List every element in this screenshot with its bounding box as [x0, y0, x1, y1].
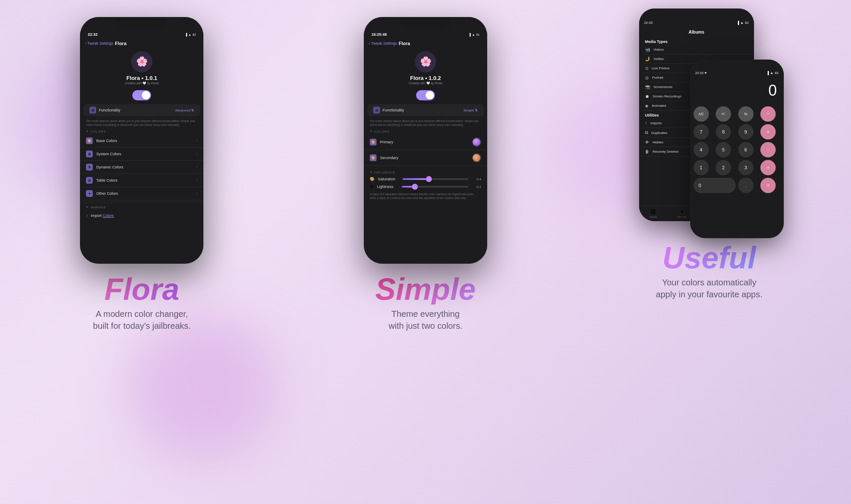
lightness-thumb[interactable]	[412, 184, 418, 190]
toggle-row-1	[80, 88, 203, 103]
saturation-thumb[interactable]	[426, 176, 432, 182]
calc-btn-divide[interactable]: ÷	[760, 106, 776, 122]
calc-btn-plusminus[interactable]: +/-	[716, 106, 731, 122]
nav-back-2[interactable]: ‹ Tweak Settings	[369, 41, 397, 46]
calc-btn-2[interactable]: 2	[716, 160, 731, 175]
manage-section-1: ✦ MANAGE	[80, 204, 203, 210]
calc-btn-minus[interactable]: -	[760, 142, 776, 157]
toggle-1[interactable]	[132, 90, 151, 100]
column-simple: 16:25:48 ▐ ▲ 81 ‹ Tweak Settings Flora	[284, 0, 568, 504]
flower-icon-1: 🌸	[136, 56, 148, 67]
calc-btn-ac[interactable]: AC	[694, 106, 709, 122]
phone-calculator: 22:32 ♥ ▐ ▲ 82 0 AC +/- %	[690, 60, 784, 238]
col-heading-flora: Flora	[93, 274, 191, 305]
photos-item-videos[interactable]: 📹 Videos	[643, 45, 750, 54]
diamond-icon-1: ✦	[86, 130, 89, 133]
calc-btn-8[interactable]: 8	[716, 124, 731, 140]
row-system-colors[interactable]: 🖥 System Colors ›	[80, 148, 203, 161]
other-colors-label: Other Colors	[96, 191, 193, 196]
calc-btn-multiply[interactable]: ×	[760, 124, 776, 140]
calc-btn-1[interactable]: 1	[694, 160, 709, 175]
row-other-colors[interactable]: ✦ Other Colors ›	[80, 187, 203, 200]
hidden-icon: 👁	[645, 140, 649, 145]
colors-section-2: ✦ COLORS	[364, 128, 487, 134]
status-icons-2: ▐ ▲ 81	[468, 33, 480, 36]
saturation-icon: 🎨	[370, 177, 374, 181]
primary-label: Primary	[380, 140, 468, 144]
status-bar-photos: 22:33 ▐ ▲ 82	[639, 18, 754, 27]
app-name-2: Flora • 1.0.2	[410, 75, 441, 81]
label-area-flora: Flora A modern color changer,built for t…	[80, 274, 203, 332]
right-phones-container: 22:33 ▐ ▲ 82 Albums Media Types 📹	[635, 9, 784, 238]
toggle-2[interactable]	[416, 90, 435, 100]
func-badge-2: Simple ⇅	[463, 108, 478, 112]
app-icon-1: 🌸	[131, 51, 152, 72]
calc-btn-plus[interactable]: +	[760, 160, 776, 175]
calc-screen: 22:32 ♥ ▐ ▲ 82 0 AC +/- %	[690, 60, 784, 238]
row-base-colors[interactable]: 🎨 Base Colors ›	[80, 134, 203, 148]
live-icon: ⊙	[645, 66, 648, 71]
secondary-swatch[interactable]	[472, 153, 481, 162]
signal-photos: ▐	[737, 21, 739, 25]
saturation-track[interactable]	[403, 178, 468, 180]
other-colors-chevron: ›	[196, 191, 197, 196]
albums-title: Albums	[643, 27, 750, 37]
status-bar-calc: 22:32 ♥ ▐ ▲ 82	[690, 68, 784, 77]
wifi-photos: ▲	[740, 21, 744, 25]
primary-swatch[interactable]	[472, 137, 481, 147]
nav-bar-1: ‹ Tweak Settings Flora	[80, 39, 203, 48]
calc-btn-9[interactable]: 9	[738, 124, 754, 140]
chevron-left-icon-1: ‹	[85, 41, 86, 46]
calc-btn-5[interactable]: 5	[716, 142, 731, 157]
tab-library[interactable]: 🖼 Library	[639, 208, 668, 219]
calc-btn-4[interactable]: 4	[694, 142, 709, 157]
table-colors-label: Table Colors	[96, 178, 193, 182]
system-colors-icon: 🖥	[86, 151, 93, 157]
calc-btn-7[interactable]: 7	[694, 124, 709, 140]
videos-icon: 📹	[645, 47, 650, 52]
screen-rec-icon: ⏺	[645, 94, 649, 99]
status-bar-2: 16:25:48 ▐ ▲ 81	[364, 30, 487, 39]
row-primary[interactable]: 🎨 Primary	[364, 134, 487, 150]
foryou-tab-icon: ✦	[680, 209, 684, 215]
functionality-row-2[interactable]: ⊞ Functionality Simple ⇅	[367, 104, 484, 116]
desc-text-1: The mode selector above allows you to pi…	[80, 117, 203, 128]
diamond-icon-2: ✦	[370, 130, 373, 133]
row-secondary[interactable]: 🎨 Secondary	[364, 150, 487, 166]
saturation-label: Saturation	[378, 177, 399, 181]
nav-back-1[interactable]: ‹ Tweak Settings	[85, 41, 113, 46]
functionality-row-1[interactable]: ⊞ Functionality Advanced ⇅	[83, 104, 200, 116]
screenshots-icon: 📸	[645, 85, 650, 89]
library-tab-icon: 🖼	[651, 209, 656, 215]
app-subtitle-1: Created with 🤍 by Rosie	[125, 82, 159, 85]
nav-title-1: Flora	[115, 41, 126, 46]
desc-text-2: The mode selector above allows you to pi…	[364, 117, 487, 128]
lightness-track[interactable]	[402, 186, 468, 188]
label-area-useful: Useful Your colors automaticallyapply in…	[643, 242, 775, 300]
status-time-photos: 22:33	[644, 21, 653, 25]
import-item[interactable]: ↑ Import Colors	[86, 211, 197, 219]
calc-btn-percent[interactable]: %	[738, 106, 754, 122]
color-items-1: 🎨 Base Colors › 🖥 System Colors › ⇅ Dyna…	[80, 134, 203, 200]
func-badge-1: Advanced ⇅	[175, 108, 194, 112]
calc-btn-0[interactable]: 0	[694, 178, 736, 193]
nav-bar-2: ‹ Tweak Settings Flora	[364, 39, 487, 48]
battery-icon-1: 82	[193, 33, 196, 36]
saturation-fill	[403, 178, 429, 180]
calc-btn-3[interactable]: 3	[738, 160, 754, 175]
calc-btn-6[interactable]: 6	[738, 142, 754, 157]
lightness-label: Lightness	[377, 185, 398, 189]
system-colors-label: System Colors	[96, 152, 193, 156]
calc-btn-equals[interactable]: =	[760, 178, 776, 193]
battery-icon-2: 81	[476, 33, 480, 36]
col-subtext-flora: A modern color changer,built for today's…	[93, 308, 191, 332]
calc-btn-dot[interactable]: .	[738, 178, 754, 193]
row-dynamic-colors[interactable]: ⇅ Dynamic Colors ›	[80, 161, 203, 174]
status-icons-photos: ▐ ▲ 82	[737, 21, 749, 25]
table-colors-chevron: ›	[196, 178, 197, 182]
dynamic-colors-icon: ⇅	[86, 164, 93, 171]
diamond-icon-inf: ✦	[370, 171, 373, 174]
row-table-colors[interactable]: ⊞ Table Colors ›	[80, 174, 203, 187]
colors-section-1: ✦ COLORS	[80, 128, 203, 134]
import-icon: ↑	[86, 213, 88, 218]
